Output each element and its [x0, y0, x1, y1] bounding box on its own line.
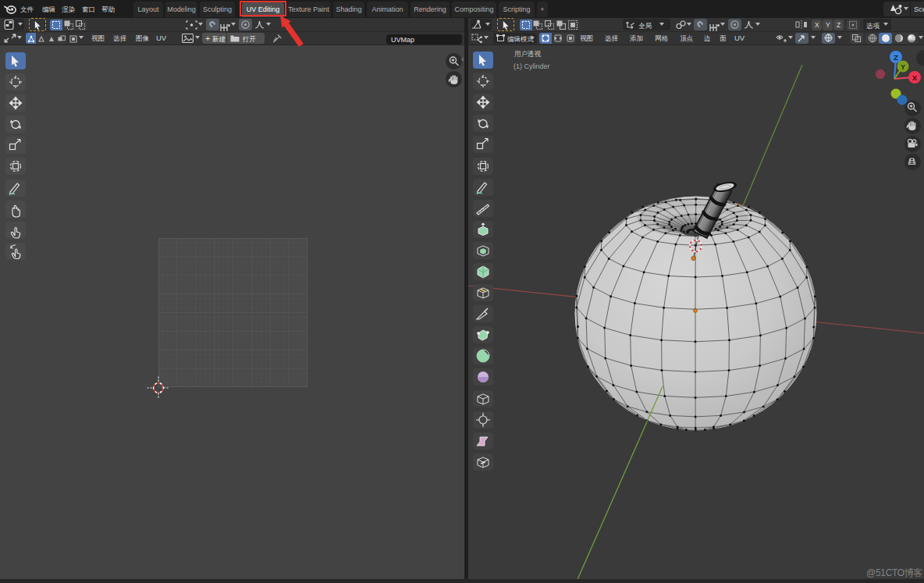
- svg-text:X: X: [912, 73, 918, 82]
- svg-text:Y: Y: [901, 63, 905, 71]
- svg-text:Z: Z: [894, 53, 898, 62]
